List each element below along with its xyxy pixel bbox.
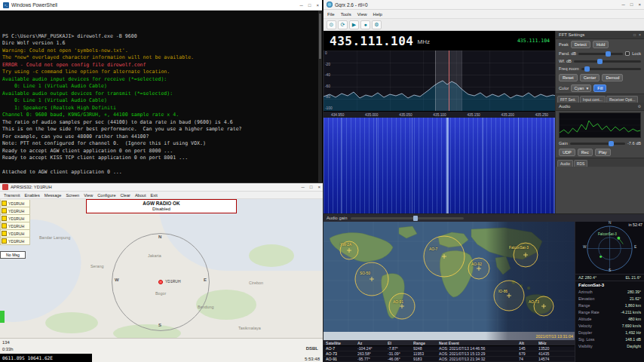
menu-item[interactable]: Exit	[151, 193, 158, 198]
peak-detect-button[interactable]: Detect	[571, 41, 590, 48]
freq-zoom-slider[interactable]	[581, 68, 641, 70]
aprs-titlebar[interactable]: APRSIS32: YD1RUH ─ □ ×	[0, 183, 323, 192]
fill-button[interactable]: Fill	[593, 84, 606, 92]
close-icon[interactable]: ×	[639, 32, 641, 37]
menu-item[interactable]: Tools	[341, 12, 351, 17]
float-icon[interactable]: □	[633, 32, 636, 37]
color-select[interactable]: Cyan ▾	[571, 84, 591, 92]
spectrum-plot[interactable]: 0-20-40-60-80-100	[324, 51, 556, 111]
menu-item[interactable]: Help	[373, 12, 382, 17]
table-header-cell[interactable]: Next Event	[439, 341, 519, 345]
rec-button[interactable]: Rec	[578, 149, 593, 156]
udp-button[interactable]: UDP	[559, 149, 575, 156]
settings-icon[interactable]: ⚙	[372, 20, 382, 29]
lock-checkbox[interactable]	[625, 51, 630, 56]
powershell-console[interactable]: PS C:\Users\MAF_PUSKAJI> direwolf.exe -B…	[0, 11, 322, 183]
satellite-label[interactable]: AO-73	[529, 300, 539, 304]
console-line: For example, can you use 48000 rather th…	[2, 133, 320, 141]
satellite-label[interactable]: IO-86	[498, 290, 508, 293]
frequency-digits[interactable]: 435.111.104	[330, 34, 413, 48]
dock-tab[interactable]: Input cont...	[580, 96, 606, 103]
satellite-label[interactable]: AO-7	[429, 247, 437, 251]
station-row[interactable]: YD1RUH	[0, 207, 30, 215]
frequency-display[interactable]: 435.111.104 MHz 435.111.104	[324, 31, 556, 51]
satellite-label[interactable]: SO-50	[360, 272, 370, 275]
maximize-icon[interactable]: □	[310, 185, 313, 189]
table-header-cell[interactable]: Satellite	[326, 341, 357, 345]
cell-mhz: 14574	[538, 357, 569, 361]
maximize-icon[interactable]: □	[308, 3, 311, 8]
polar-plot[interactable]: in 52:47 FalconSat-3 N E S W	[575, 222, 644, 275]
close-icon[interactable]: ×	[317, 185, 320, 189]
waterfall-db-slider[interactable]	[574, 60, 641, 63]
power-icon[interactable]: ⊙	[327, 20, 336, 29]
table-header-cell[interactable]: Alt	[519, 341, 538, 345]
menu-item[interactable]: View	[357, 12, 367, 17]
own-station-marker[interactable]	[158, 280, 163, 284]
station-row[interactable]: YD1RUH	[0, 222, 30, 230]
minimize-icon[interactable]: ─	[302, 185, 305, 189]
pandapter-db-slider[interactable]	[578, 53, 623, 55]
satellite-label[interactable]: XW-2A	[340, 243, 351, 247]
cardinal-south: S	[158, 323, 161, 327]
station-row[interactable]: YD1RUH	[0, 238, 30, 245]
satellite-label[interactable]: AO-92	[471, 262, 482, 266]
station-row[interactable]: YD1RUH	[0, 200, 30, 207]
start-dsp-icon[interactable]: ▶	[349, 20, 359, 29]
menu-item[interactable]: Clear	[121, 193, 130, 198]
close-icon[interactable]: ×	[316, 3, 319, 8]
fft-settings-header[interactable]: FFT Settings □×	[556, 31, 644, 39]
menu-item[interactable]: View	[84, 193, 93, 198]
satellite-row[interactable]: AO-73 263.58° -31.09° 11953 AOS: 2021/07…	[324, 351, 575, 357]
dock-tab[interactable]: Receiver Opti...	[606, 96, 638, 103]
play-button[interactable]: Play	[595, 149, 611, 156]
satellite-row[interactable]: AO-91 -95.77° -46.06° 9183 AOS: 2021/07/…	[324, 357, 575, 362]
menu-item[interactable]: Configure	[97, 193, 115, 198]
audio-gain-slider[interactable]	[570, 143, 625, 145]
gqrx-titlebar[interactable]: Gqrx 2.6 - rtl=0 ─ □ ×	[324, 0, 644, 10]
gear-icon[interactable]: ⚙	[638, 104, 641, 109]
console-scrollbar[interactable]	[318, 11, 322, 183]
menu-item[interactable]: About	[135, 193, 146, 198]
audio-dock-header[interactable]: Audio ⚙	[556, 103, 644, 111]
waterfall[interactable]	[324, 118, 556, 213]
telemetry-satellite-name[interactable]: FalconSat-3	[575, 281, 644, 288]
menu-item[interactable]: Message	[44, 193, 62, 198]
dock-tab[interactable]: Audio	[557, 160, 573, 167]
menu-item[interactable]: Screen	[66, 193, 79, 198]
peak-hold-button[interactable]: Hold	[593, 41, 609, 48]
dock-tab[interactable]: FFT Sett.	[557, 96, 579, 103]
satellite-label[interactable]: AO-91	[393, 300, 403, 304]
satellite-row[interactable]: AO-7 -104.24° -7.87° 9248 AOS: 2021/07/1…	[324, 346, 575, 351]
reset-button[interactable]: Reset	[559, 74, 578, 81]
table-header-cell[interactable]: MHz	[538, 341, 569, 345]
audio-gain-slider[interactable]	[351, 217, 464, 219]
satellite-label[interactable]: FalconSat-3	[509, 246, 529, 250]
no-msg-box[interactable]: No Msg	[0, 251, 26, 259]
table-header-cell[interactable]: El	[388, 341, 413, 345]
aprs-map[interactable]: AGW RADIO OK Disabled YD1RUH YD1RUH	[0, 199, 323, 338]
minimize-icon[interactable]: ─	[300, 3, 303, 8]
city-label: Tasikmalaya	[238, 326, 261, 330]
menu-item[interactable]: Transmit	[4, 193, 20, 198]
station-row[interactable]: YD1RUH	[0, 230, 30, 238]
menu-item[interactable]: File	[327, 12, 335, 17]
freq-tick-label: 435.000	[365, 113, 378, 117]
table-header-cell[interactable]: Range	[413, 341, 439, 345]
maximize-icon[interactable]: □	[630, 2, 633, 7]
table-header-cell[interactable]: Az	[357, 341, 388, 345]
close-icon[interactable]: ×	[638, 2, 641, 7]
refresh-icon[interactable]: ⟳	[338, 20, 348, 29]
dock-tab[interactable]: RDS	[574, 160, 588, 167]
tracked-satellite-label: FalconSat-3	[598, 232, 617, 236]
demod-button[interactable]: Demod	[602, 74, 623, 81]
iq-record-icon[interactable]: ●	[360, 20, 370, 29]
world-map[interactable]: AO-7 SO-50 IO-86 AO-91 AO-92 FalconSat-3…	[324, 222, 575, 340]
menu-item[interactable]: Enables	[25, 193, 40, 198]
station-callsign: YD1RUH	[8, 232, 24, 236]
station-row[interactable]: YD1RUH	[0, 215, 30, 222]
powershell-titlebar[interactable]: >_ Windows PowerShell ─ □ ×	[0, 0, 322, 11]
center-button[interactable]: Center	[580, 74, 600, 81]
gqrx-dock-panel: FFT Settings □× Peak Detect Hold Pand. d…	[555, 31, 644, 213]
minimize-icon[interactable]: ─	[622, 2, 625, 7]
